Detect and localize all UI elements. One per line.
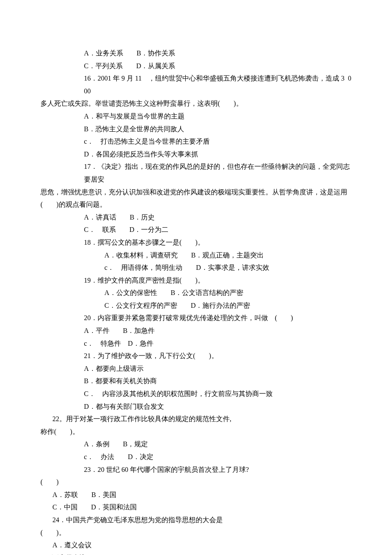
text-line: 思危，增强忧患意识，充分认识加强和改进党的作风建设的极端现实重要性。从哲学角度讲…: [40, 186, 352, 199]
text-line: 18．撰写公文的基本步骤之一是( )。: [40, 236, 352, 249]
text-line: ( )。: [40, 526, 352, 539]
text-line: C． 内容涉及其他机关的职权范围时，行文前应与其协商一致: [40, 387, 352, 400]
text-line: B．都要和有关机关协商: [40, 375, 352, 387]
text-line: c． 办法 D．决定: [40, 451, 352, 463]
text-line: A．和平与发展是当今世界的主题: [40, 110, 352, 123]
text-line: 16．2001 年 9 月 11 ，纽约世贸中心和华盛顿五角大楼接连遭到飞机恐怖…: [40, 72, 352, 97]
text-line: 20．内容重要并紧急需要打破常规优先传递处理的文件，叫做 ( ): [40, 312, 352, 324]
text-line: 17．《决定》指出，现在党的作风总的是好的，但也存在一些亟待解决的问题，全党同志…: [40, 160, 352, 185]
text-line: c． 打击恐怖主义是当今世界的主要矛盾: [40, 135, 352, 148]
text-line: A．条例 B，规定: [40, 438, 352, 451]
text-line: B．恐怖主义是全世界的共同敌人: [40, 123, 352, 136]
text-line: ( )的观点看问题。: [40, 198, 352, 211]
text-line: c． 用语得体，简明生动 D．实事求是，讲求实效: [40, 261, 352, 274]
text-line: 多人死亡或失踪。举世谴责恐怖主义这种野蛮暴行，这表明( )。: [40, 97, 352, 110]
text-line: ( ): [40, 476, 352, 489]
text-line: A．讲真话 B．历史: [40, 211, 352, 224]
text-line: 22。用于对某一项行政工作作比较具体的规定的规范性文件,: [40, 413, 352, 425]
text-line: A．遵义会议: [40, 539, 352, 552]
text-line: A．收集材料，调查研究 B．观点正确，主题突出: [40, 249, 352, 262]
text-line: A．公文的保密性 B．公文语言结构的严密: [40, 286, 352, 299]
text-line: A．都要向上级请示: [40, 362, 352, 375]
text-line: C．公文行文程序的严密 D．施行办法的严密: [40, 299, 352, 312]
text-line: 23．20 世纪 60 年代哪个国家的宇航员首次登上了月球?: [40, 463, 352, 476]
text-line: D．都与有关部门联合发文: [40, 400, 352, 413]
text-line: A．苏联 B．美国: [40, 489, 352, 501]
text-line: C．平列关系 D．从属关系: [40, 60, 352, 72]
text-line: 24．中国共产党确立毛泽东思想为党的指导思想的大会是: [40, 514, 352, 526]
text-line: 21．为了维护政令一致，凡下行公文( )。: [40, 350, 352, 362]
text-line: 称作( )。: [40, 425, 352, 438]
text-line: C． 联系 D．一分为二: [40, 223, 352, 236]
text-line: A．平件 B．加急件: [40, 324, 352, 337]
text-line: D．各国必须把反恐当作头等大事来抓: [40, 148, 352, 161]
text-line: c． 特急件 D．急件: [40, 337, 352, 350]
document-page: A．业务关系 B．协作关系C．平列关系 D．从属关系16．2001 年 9 月 …: [0, 0, 392, 555]
text-line: C．中国 D．英国和法国: [40, 501, 352, 514]
text-line: B．瓦窑堡会议: [40, 552, 352, 555]
text-line: 19．维护文件的高度严密性是指( )。: [40, 274, 352, 287]
text-line: A．业务关系 B．协作关系: [40, 47, 352, 60]
